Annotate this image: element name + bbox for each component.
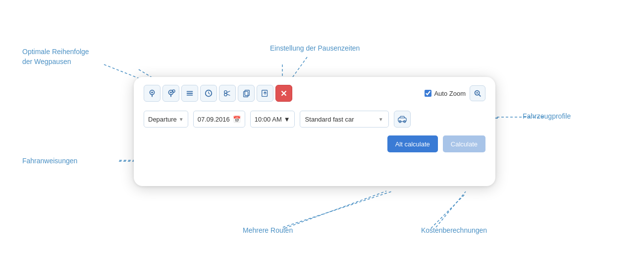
toolbar-right: Auto Zoom (425, 85, 485, 101)
svg-point-17 (170, 91, 172, 93)
svg-rect-31 (244, 91, 248, 97)
alt-calculate-button[interactable]: Alt calculate (387, 135, 438, 152)
copy-icon-btn[interactable] (238, 85, 255, 102)
svg-line-6 (431, 194, 466, 228)
annotation-fahranweisungen: Fahranweisungen (22, 156, 77, 166)
export-icon-btn[interactable] (257, 85, 273, 102)
svg-line-5 (285, 191, 386, 228)
buttons-row: Alt calculate Calculate (134, 132, 495, 156)
waypoint-icon-btn[interactable] (144, 85, 161, 102)
departure-arrow-icon: ▼ (179, 117, 184, 122)
svg-rect-22 (187, 93, 193, 94)
main-card: + (134, 77, 495, 186)
svg-line-11 (283, 192, 391, 227)
date-value: 07.09.2016 (198, 116, 230, 123)
annotation-fahrzeugprofile: Fahrzeugprofile (523, 112, 571, 122)
svg-point-14 (151, 91, 153, 93)
list-icon-btn[interactable] (181, 85, 198, 102)
calculate-button[interactable]: Calculate (443, 135, 485, 152)
date-input[interactable]: 07.09.2016 📅 (193, 111, 245, 128)
waypoint2-icon-btn[interactable]: + (162, 85, 179, 102)
close-icon-btn[interactable] (275, 85, 292, 102)
svg-line-12 (436, 192, 466, 227)
annotation-pausenzeiten: Einstellung der Pausenzeiten (270, 44, 360, 54)
annotation-mehrere-routen: Mehrere Routen (243, 226, 293, 236)
svg-line-26 (209, 93, 210, 94)
auto-zoom-label: Auto Zoom (434, 90, 466, 97)
svg-text:+: + (173, 90, 174, 92)
auto-zoom-area: Auto Zoom (425, 90, 466, 97)
controls-row: Departure ▼ 07.09.2016 📅 10:00 AM ▼ Stan… (134, 107, 495, 132)
time-select[interactable]: 10:00 AM ▼ (250, 111, 295, 128)
zoom-icon-btn[interactable] (470, 85, 485, 101)
vehicle-select[interactable]: Standard fast car ▼ (300, 111, 389, 128)
svg-rect-21 (187, 91, 193, 92)
annotation-reihenfolge: Optimale Reihenfolge der Wegpausen (22, 47, 89, 66)
calendar-icon: 📅 (233, 116, 241, 123)
clock-icon-btn[interactable] (200, 85, 217, 102)
svg-rect-32 (245, 90, 249, 96)
vehicle-value: Standard fast car (305, 116, 354, 123)
time-value: 10:00 AM (255, 116, 282, 123)
toolbar-left: + (144, 85, 292, 102)
scissors-icon-btn[interactable] (219, 85, 236, 102)
vehicle-arrow-icon: ▼ (378, 117, 383, 122)
svg-point-27 (224, 91, 227, 93)
svg-rect-33 (262, 90, 268, 97)
departure-label: Departure (148, 116, 177, 123)
departure-select[interactable]: Departure ▼ (144, 111, 188, 128)
svg-point-28 (224, 93, 227, 96)
svg-rect-23 (187, 95, 193, 96)
annotation-kostenberechnungen: Kostenberechnungen (421, 226, 487, 236)
time-arrow-icon: ▼ (284, 116, 290, 123)
svg-line-38 (479, 95, 481, 97)
auto-zoom-checkbox[interactable] (425, 90, 431, 97)
toolbar: + (134, 77, 495, 107)
vehicle-profile-icon-btn[interactable] (394, 111, 411, 128)
